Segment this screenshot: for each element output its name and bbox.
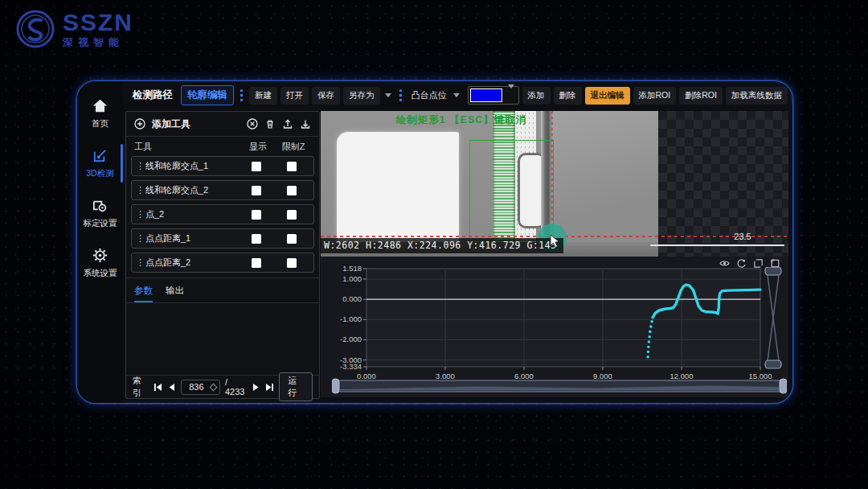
add-tool-label[interactable]: 添加工具 [152,117,240,131]
drag-handle-icon[interactable]: ⋮ [136,233,145,244]
exit-edit-button[interactable]: 退出编辑 [585,87,630,105]
svg-text:-1.000: -1.000 [340,314,362,323]
add-button[interactable]: 添加 [522,87,551,105]
delete-button[interactable]: 删除 [554,87,582,105]
show-checkbox[interactable] [252,186,261,195]
roi-rectangle[interactable] [469,140,554,240]
profile-chart[interactable]: 0.0003.0006.0009.00012.00015.0001.5181.0… [321,257,788,397]
index-value: 836 [185,382,208,392]
color-swatch-fill [470,88,502,102]
save-data-button[interactable]: 保存数据 [791,87,793,105]
chart-toolbar [719,258,780,269]
tool-panel: 添加工具 [125,111,320,399]
import-tools-button[interactable] [300,118,311,129]
svg-text:-2.000: -2.000 [340,335,362,343]
pixel-status-readout: W:2602 H:2486 X:224.096 Y:416.729 G:145 [321,238,563,253]
preset-dropdown-value: 凸台点位 [411,89,447,101]
svg-text:1.518: 1.518 [342,264,362,273]
load-offline-data-button[interactable]: 加载离线数据 [726,87,788,105]
drag-handle-icon[interactable]: ⋮ [136,161,145,171]
tool-row[interactable]: ⋮ 点点距离_1 [131,228,314,249]
part-silhouette [337,132,459,242]
desktop-background: SSZN 深视智能 首页 3D检测 [0,0,868,489]
prev-frame-button[interactable] [167,383,176,392]
circle-x-icon [247,118,258,129]
limitz-checkbox[interactable] [287,162,297,171]
sidebar: 首页 3D检测 标定设置 [77,81,123,403]
open-button[interactable]: 打开 [280,87,309,105]
tab-inspect-path[interactable]: 检测路径 [128,86,178,105]
index-run-button[interactable]: 运行 [279,372,313,401]
preset-dropdown[interactable]: 凸台点位 [408,87,465,104]
sidebar-item-calibration[interactable]: 标定设置 [77,194,123,232]
clear-all-button[interactable] [247,118,258,129]
index-bar: 索引 836 / 4233 运行 [126,375,319,398]
last-frame-button[interactable] [265,383,274,392]
circle-plus-icon [134,118,145,129]
profile-chart-panel: 0.0003.0006.0009.00012.00015.0001.5181.0… [321,257,788,397]
refresh-icon[interactable] [736,258,747,269]
first-frame-button[interactable] [154,383,162,392]
drag-handle-icon[interactable]: ⋮ [136,185,145,195]
limitz-checkbox[interactable] [287,234,297,244]
index-label: 索引 [133,375,149,399]
param-tabs: 参数 输出 [126,277,319,302]
home-icon [92,97,108,114]
drag-handle-icon[interactable]: ⋮ [136,209,145,220]
add-roi-button[interactable]: 添加ROI [633,87,677,105]
tool-row[interactable]: ⋮ 线和轮廓交点_2 [131,180,314,200]
image-viewport[interactable]: 绘制矩形1 【ESC】键取消 W:2602 H:2486 X:224.096 Y… [321,111,788,257]
gear-icon [92,247,108,264]
tab-output[interactable]: 输出 [166,285,184,302]
limitz-checkbox[interactable] [287,210,297,220]
next-frame-button[interactable] [252,383,260,392]
show-checkbox[interactable] [252,210,261,220]
top-toolbar: 检测路径 轮廓编辑 新建 打开 保存 另存为 凸台点位 添加 删除 退出编辑 添… [123,81,792,109]
zoom-window-icon[interactable] [753,258,764,269]
sidebar-item-system-settings[interactable]: 系统设置 [77,244,123,282]
column-limitz: 限制Z [276,141,311,153]
chevron-down-icon [504,88,518,103]
tool-row[interactable]: ⋮ 点_2 [131,204,314,224]
tool-panel-header: 添加工具 [126,112,319,137]
index-input[interactable]: 836 [181,380,220,395]
scale-value: 23.5 [723,232,763,241]
chevron-down-icon[interactable] [385,93,391,97]
tool-row[interactable]: ⋮ 线和轮廓交点_1 [131,156,314,176]
sidebar-item-3d-inspect[interactable]: 3D检测 [77,144,123,183]
delete-tool-button[interactable] [264,118,276,129]
add-tool-button[interactable] [134,118,145,129]
brand-name: SSZN [63,10,133,35]
draw-rect-hint: 绘制矩形1 【ESC】键取消 [345,113,578,127]
save-as-button[interactable]: 另存为 [343,87,380,105]
export-icon [282,118,293,129]
eye-icon[interactable] [719,258,730,269]
tab-params[interactable]: 参数 [134,285,153,302]
spinner-icon[interactable] [210,383,218,391]
tab-contour-edit[interactable]: 轮廓编辑 [181,85,234,105]
sidebar-item-home[interactable]: 首页 [77,94,123,133]
chevron-down-icon [453,93,460,97]
logo-mark-icon [14,8,56,50]
horizontal-range-slider[interactable] [332,378,787,394]
fit-window-icon[interactable] [770,258,780,269]
limitz-checkbox[interactable] [287,258,297,268]
separator-dots-icon [240,89,243,101]
color-swatch-dropdown[interactable] [468,86,519,105]
save-button[interactable]: 保存 [312,87,340,105]
edit-square-icon [92,147,108,164]
show-checkbox[interactable] [252,234,261,244]
show-checkbox[interactable] [252,162,261,171]
column-tool: 工具 [134,141,240,153]
vertical-range-slider[interactable] [764,267,782,369]
new-button[interactable]: 新建 [249,87,277,105]
drag-handle-icon[interactable]: ⋮ [136,257,145,268]
limitz-checkbox[interactable] [287,186,297,195]
tool-row[interactable]: ⋮ 点点距离_2 [131,253,314,273]
sidebar-item-label: 系统设置 [84,268,117,279]
delete-roi-button[interactable]: 删除ROI [679,87,723,105]
brand-subtitle: 深视智能 [63,37,133,47]
show-checkbox[interactable] [252,258,261,268]
sidebar-item-label: 3D检测 [86,168,113,179]
export-tools-button[interactable] [282,118,293,129]
